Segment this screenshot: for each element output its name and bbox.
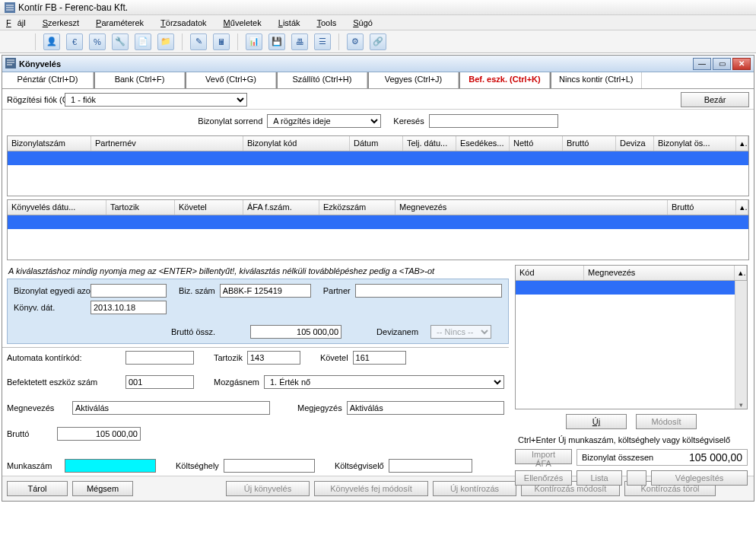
tab-bank[interactable]: Bank (Ctrl+F) xyxy=(94,72,185,88)
uj-button[interactable]: Új xyxy=(566,414,627,429)
col-tartozik[interactable]: Tartozik xyxy=(106,200,175,215)
toolbar-calc-icon[interactable]: 🖩 xyxy=(213,33,230,50)
tab-nincs-kontir[interactable]: Nincs kontir (Ctrl+L) xyxy=(550,72,642,88)
tab-vegyes[interactable]: Vegyes (Ctrl+J) xyxy=(367,72,459,88)
toolbar-percent-icon[interactable]: % xyxy=(89,33,106,50)
col-datum[interactable]: Dátum xyxy=(350,136,403,151)
brutto-ossz-input[interactable] xyxy=(250,325,341,339)
partner-input[interactable] xyxy=(355,284,502,298)
megnevezes-input[interactable] xyxy=(72,401,270,415)
col-megnevezes-right[interactable]: Megnevezés xyxy=(584,266,735,280)
col-ezkozszam[interactable]: Ezközszám xyxy=(319,200,395,215)
toolbar-chart-icon[interactable]: 📊 xyxy=(246,33,262,50)
col-konyveles-datum[interactable]: Könyvelés dátu... xyxy=(8,200,106,215)
toolbar-list-icon[interactable]: ☰ xyxy=(314,33,331,50)
grid1-scroll-up-icon[interactable]: ▴ xyxy=(736,136,748,151)
code-grid[interactable]: Kód Megnevezés ▴ ▾ xyxy=(515,265,748,409)
posting-grid-selected-row[interactable] xyxy=(8,215,748,229)
tab-bef-eszk[interactable]: Bef. eszk. (Ctrl+K) xyxy=(459,72,550,88)
toolbar: 👤 € % 🔧 📄 📁 ✎ 🖩 📊 💾 🖶 ☰ ⚙ 🔗 xyxy=(0,30,756,53)
svg-rect-1 xyxy=(5,58,16,68)
tab-szallito[interactable]: Szállító (Ctrl+H) xyxy=(276,72,367,88)
col-telj-datum[interactable]: Telj. dátu... xyxy=(403,136,456,151)
tartozik-input[interactable] xyxy=(247,351,300,365)
col-deviza[interactable]: Deviza xyxy=(616,136,654,151)
col-bizonylat-ossz[interactable]: Bizonylat ös... xyxy=(654,136,736,151)
konyv-dat-input[interactable] xyxy=(91,301,167,314)
menu-torzsadatok[interactable]: Törzsadatok xyxy=(157,17,210,29)
toolbar-wrench-icon[interactable]: 🔧 xyxy=(112,33,129,50)
brutto-input[interactable] xyxy=(57,427,141,441)
munkaszam-input[interactable] xyxy=(65,459,156,473)
megjegyzes-input[interactable] xyxy=(347,401,504,415)
maximize-button[interactable]: ▭ xyxy=(713,58,731,70)
col-afa-fszam[interactable]: ÁFA f.szám. xyxy=(243,200,319,215)
automata-kontirkod-label: Automata kontírkód: xyxy=(7,353,121,362)
kereses-input[interactable] xyxy=(429,114,558,128)
toolbar-link-icon[interactable]: 🔗 xyxy=(370,33,386,50)
tarol-button[interactable]: Tárol xyxy=(7,481,68,496)
ellenorzes-button[interactable]: Ellenőrzés xyxy=(515,470,572,486)
col-esedekes[interactable]: Esedékes... xyxy=(456,136,510,151)
code-grid-scroll-up-icon[interactable]: ▴ xyxy=(735,266,747,280)
col-kod[interactable]: Kód xyxy=(516,266,584,280)
posting-grid[interactable]: Könyvelés dátu... Tartozik Követel ÁFA f… xyxy=(7,199,749,260)
megjegyzes-label: Megjegyzés xyxy=(297,403,342,412)
uj-konyveles-button[interactable]: Új könyvelés xyxy=(226,481,310,496)
toolbar-doc-icon[interactable]: 📄 xyxy=(135,33,151,50)
lista-button[interactable]: Lista xyxy=(577,470,622,486)
col-megnevezes[interactable]: Megnevezés xyxy=(395,200,668,215)
col-partnernev[interactable]: Partnernév xyxy=(91,136,243,151)
modosit-button[interactable]: Módosít xyxy=(636,414,697,429)
uj-kontirozas-button[interactable]: Új kontírozás xyxy=(433,481,516,496)
kovetel-input[interactable] xyxy=(353,351,406,365)
devizanem-select[interactable]: -- Nincs -- xyxy=(430,325,491,339)
azonosito-input[interactable] xyxy=(91,284,167,298)
col-bizonylat-kod[interactable]: Bizonylat kód xyxy=(243,136,350,151)
menu-sugo[interactable]: Súgó xyxy=(350,17,376,29)
menu-szerkeszt[interactable]: Szerkeszt xyxy=(40,17,82,29)
col-brutto[interactable]: Bruttó xyxy=(563,136,616,151)
koltseghely-input[interactable] xyxy=(224,459,315,473)
right-panel: Kód Megnevezés ▴ ▾ Új Módosít Ctrl+Enter… xyxy=(515,265,748,487)
close-button[interactable]: ✕ xyxy=(732,58,751,70)
code-grid-scrollbar[interactable]: ▾ xyxy=(735,281,747,409)
col-bizonylatszam[interactable]: Bizonylatszám xyxy=(8,136,91,151)
menu-listak[interactable]: Listák xyxy=(275,17,303,29)
toolbar-print-icon[interactable]: 🖶 xyxy=(291,33,308,50)
tab-penztar[interactable]: Pénztár (Ctrl+D) xyxy=(2,72,94,88)
megsem-button[interactable]: Mégsem xyxy=(72,481,133,496)
menu-muveletek[interactable]: Műveletek xyxy=(221,17,265,29)
document-grid[interactable]: Bizonylatszám Partnernév Bizonylat kód D… xyxy=(7,135,749,196)
lista-ext-button[interactable] xyxy=(627,470,646,486)
konyveles-fej-modosit-button[interactable]: Könyvelés fej módosít xyxy=(314,481,428,496)
code-grid-selected-row[interactable] xyxy=(516,281,747,295)
tab-vevo[interactable]: Vevő (Ctrl+G) xyxy=(185,72,276,88)
automata-kontirkod-input[interactable] xyxy=(125,351,194,365)
veglegesites-button[interactable]: Véglegesítés xyxy=(651,470,748,486)
col-brutto2[interactable]: Bruttó xyxy=(668,200,736,215)
rogz-fiok-select[interactable]: 1 - fiók xyxy=(65,93,247,107)
biz-szam-input[interactable] xyxy=(220,284,311,298)
befektetett-eszkoz-input[interactable] xyxy=(125,375,194,389)
toolbar-folder-icon[interactable]: 📁 xyxy=(157,33,174,50)
toolbar-edit-icon[interactable]: ✎ xyxy=(190,33,207,50)
koltsegviselo-label: Költségviselő xyxy=(335,461,384,470)
toolbar-save-icon[interactable]: 💾 xyxy=(268,33,285,50)
toolbar-user-icon[interactable]: 👤 xyxy=(43,33,60,50)
menu-tools[interactable]: Tools xyxy=(314,17,340,29)
menu-fajl[interactable]: Fájl xyxy=(3,17,29,29)
col-netto[interactable]: Nettó xyxy=(510,136,563,151)
toolbar-euro-icon[interactable]: € xyxy=(66,33,83,50)
sorrend-select[interactable]: A rögzítés ideje xyxy=(267,114,381,128)
menu-parameterek[interactable]: Paraméterek xyxy=(93,17,147,29)
toolbar-gear-icon[interactable]: ⚙ xyxy=(347,33,364,50)
import-afa-button[interactable]: Import ÁFA xyxy=(515,449,572,464)
mozgasnem-select[interactable]: 1. Érték nő xyxy=(264,375,504,389)
koltsegviselo-input[interactable] xyxy=(389,459,472,473)
bezar-button[interactable]: Bezár xyxy=(681,92,749,107)
minimize-button[interactable]: — xyxy=(693,58,711,70)
grid2-scroll-up-icon[interactable]: ▴ xyxy=(736,200,748,215)
col-kovetel[interactable]: Követel xyxy=(175,200,243,215)
document-grid-selected-row[interactable] xyxy=(8,151,748,165)
